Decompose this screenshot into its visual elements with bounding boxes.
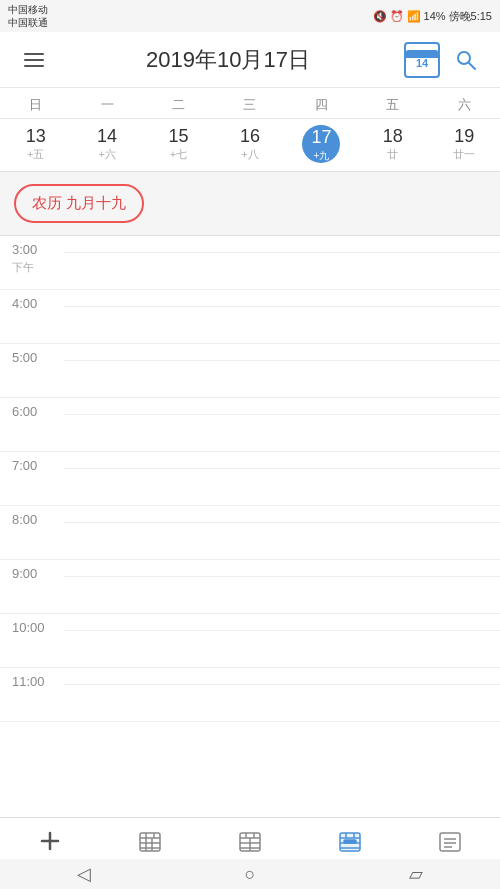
time-scroll[interactable]: 3:00下午4:005:006:007:008:009:0010:0011:00: [0, 236, 500, 817]
date-cell[interactable]: 16+八: [214, 123, 285, 165]
date-cell[interactable]: 19廿一: [429, 123, 500, 165]
date-lunar: 廿一: [429, 148, 500, 161]
date-lunar: 廿: [357, 148, 428, 161]
signal-icon: 📶: [407, 10, 421, 23]
date-cell[interactable]: 18廿: [357, 123, 428, 165]
carrier-info: 中国移动 中国联通: [8, 3, 48, 29]
time-slot: 6:00: [0, 398, 500, 452]
time-divider: [64, 306, 500, 307]
date-number: 17: [311, 126, 331, 149]
add-tab-icon: [38, 829, 62, 860]
time-slot: 11:00: [0, 668, 500, 722]
recents-button[interactable]: ▱: [409, 863, 423, 885]
svg-line-1: [469, 63, 475, 69]
cal-icon-num: 14: [416, 58, 428, 69]
time-label: 10:00: [0, 620, 64, 637]
back-button[interactable]: ◁: [77, 863, 91, 885]
week-tab-icon: [238, 830, 262, 860]
time-label: 6:00: [0, 404, 64, 421]
date-row[interactable]: 13+五14+六15+七16+八17+九18廿19廿一: [0, 119, 500, 172]
carrier2: 中国联通: [8, 16, 48, 29]
svg-rect-25: [344, 840, 356, 843]
date-lunar: +六: [71, 148, 142, 161]
time-slot: 4:00: [0, 290, 500, 344]
date-cell[interactable]: 14+六: [71, 123, 142, 165]
time-divider: [64, 414, 500, 415]
weekday-label: 一: [71, 94, 142, 116]
svg-point-0: [458, 52, 470, 64]
status-bar: 中国移动 中国联通 🔇 ⏰ 📶 14% 傍晚5:15: [0, 0, 500, 32]
gesture-bar: ◁ ○ ▱: [0, 859, 500, 889]
svg-rect-26: [440, 833, 460, 851]
time-label: 4:00: [0, 296, 64, 313]
lunar-banner: 农历 九月十九: [14, 184, 144, 223]
time-label: 11:00: [0, 674, 64, 691]
menu-button[interactable]: [16, 42, 52, 78]
time-display: 傍晚5:15: [449, 9, 492, 24]
search-icon: [455, 49, 477, 71]
time-divider: [64, 630, 500, 631]
weekday-label: 五: [357, 94, 428, 116]
top-nav: 2019年10月17日 14: [0, 32, 500, 88]
alarm-icon: ⏰: [390, 10, 404, 23]
date-cell[interactable]: 13+五: [0, 123, 71, 165]
time-slot: 9:00: [0, 560, 500, 614]
date-lunar: +八: [214, 148, 285, 161]
time-divider: [64, 576, 500, 577]
time-label: 9:00: [0, 566, 64, 583]
weekday-label: 三: [214, 94, 285, 116]
time-divider: [64, 252, 500, 253]
date-lunar: +九: [314, 150, 330, 162]
carrier1: 中国移动: [8, 3, 48, 16]
date-number: 15: [143, 125, 214, 148]
time-label: 5:00: [0, 350, 64, 367]
date-number: 19: [429, 125, 500, 148]
weekday-label: 二: [143, 94, 214, 116]
time-slot: 7:00: [0, 452, 500, 506]
time-label: 8:00: [0, 512, 64, 529]
time-divider: [64, 522, 500, 523]
today-wrap: 17+九: [302, 125, 340, 163]
month-tab-icon: [138, 830, 162, 860]
agenda-tab-icon: [438, 830, 462, 860]
time-slot: 3:00下午: [0, 236, 500, 290]
time-slot: 8:00: [0, 506, 500, 560]
mute-icon: 🔇: [373, 10, 387, 23]
date-lunar: +七: [143, 148, 214, 161]
home-button[interactable]: ○: [245, 864, 256, 885]
weekday-label: 日: [0, 94, 71, 116]
weekday-label: 六: [429, 94, 500, 116]
time-label: 7:00: [0, 458, 64, 475]
status-right: 🔇 ⏰ 📶 14% 傍晚5:15: [373, 9, 492, 24]
date-cell[interactable]: 15+七: [143, 123, 214, 165]
weekday-label: 四: [286, 94, 357, 116]
date-number: 16: [214, 125, 285, 148]
battery-text: 14%: [424, 10, 446, 22]
week-header: 日一二三四五六: [0, 88, 500, 119]
time-label: 3:00下午: [0, 242, 64, 276]
hamburger-icon: [24, 49, 44, 71]
time-divider: [64, 360, 500, 361]
search-button[interactable]: [448, 42, 484, 78]
time-slot: 10:00: [0, 614, 500, 668]
date-number: 18: [357, 125, 428, 148]
date-number: 13: [0, 125, 71, 148]
date-cell[interactable]: 17+九: [286, 123, 357, 165]
calendar-today-button[interactable]: 14: [404, 42, 440, 78]
nav-title: 2019年10月17日: [52, 45, 404, 75]
day-tab-icon: [338, 830, 362, 860]
time-divider: [64, 684, 500, 685]
date-number: 14: [71, 125, 142, 148]
time-divider: [64, 468, 500, 469]
date-lunar: +五: [0, 148, 71, 161]
time-slot: 5:00: [0, 344, 500, 398]
lunar-banner-wrap: 农历 九月十九: [0, 172, 500, 236]
